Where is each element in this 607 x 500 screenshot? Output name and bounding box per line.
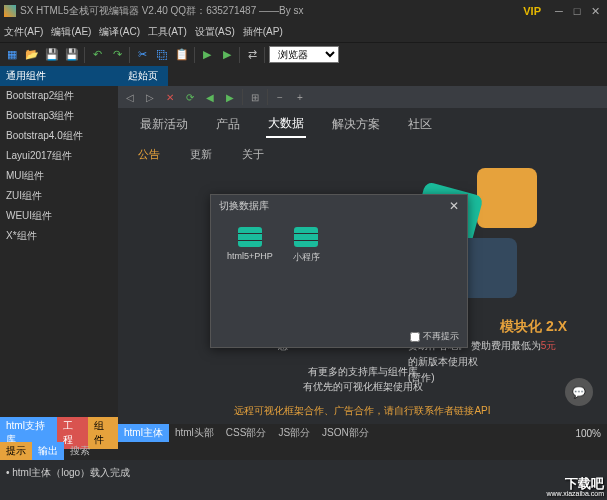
menu-plugins[interactable]: 插件(AP) <box>243 25 283 39</box>
separator <box>264 47 265 63</box>
brand-title: 模块化 2.X <box>500 318 567 336</box>
api-link[interactable]: 远程可视化框架合作、广告合作，请自行联系作者链接API <box>118 404 607 418</box>
vip-badge: VIP <box>523 5 541 17</box>
toggle-icon[interactable]: ⇄ <box>244 47 260 63</box>
bt-htmlbody[interactable]: html主体 <box>118 424 169 442</box>
nav-solution[interactable]: 解决方案 <box>330 112 382 137</box>
paste-icon[interactable]: 📋 <box>174 47 190 63</box>
chat-fab-icon[interactable]: 💬 <box>565 378 593 406</box>
db-option-miniapp[interactable]: 小程序 <box>293 227 320 264</box>
close-button[interactable]: ✕ <box>587 4 603 18</box>
menu-tools[interactable]: 工具(AT) <box>148 25 187 39</box>
subtab-update[interactable]: 更新 <box>190 147 212 162</box>
sub-tabs: 公告 更新 关于 <box>118 140 607 168</box>
cut-icon[interactable]: ✂ <box>134 47 150 63</box>
subtab-about[interactable]: 关于 <box>242 147 264 162</box>
window-title: SX HTML5全栈可视编辑器 V2.40 QQ群：635271487 ——By… <box>20 4 523 18</box>
document-tabs: 起始页 <box>118 66 607 86</box>
console-output: • html主体（logo）载入完成 <box>0 460 607 500</box>
copy-icon[interactable]: ⿻ <box>154 47 170 63</box>
save-icon[interactable]: 💾 <box>44 47 60 63</box>
database-icon <box>294 227 318 247</box>
zoom-in-icon[interactable]: + <box>292 89 308 105</box>
separator <box>194 47 195 63</box>
menu-compile[interactable]: 编译(AC) <box>99 25 140 39</box>
toolbar: ▦ 📂 💾 💾 ↶ ↷ ✂ ⿻ 📋 ▶ ▶ ⇄ 浏览器 <box>0 42 607 66</box>
cancel-icon[interactable]: ✕ <box>162 89 178 105</box>
sidebar-item-x[interactable]: X*组件 <box>0 226 118 246</box>
sidebar-item-bootstrap2[interactable]: Bootstrap2组件 <box>0 86 118 106</box>
maximize-button[interactable]: □ <box>569 4 585 18</box>
nav-tabs: 最新活动 产品 大数据 解决方案 社区 <box>118 108 607 140</box>
tab-start[interactable]: 起始页 <box>118 66 168 86</box>
titlebar: SX HTML5全栈可视编辑器 V2.40 QQ群：635271487 ——By… <box>0 0 607 22</box>
ct-hint[interactable]: 提示 <box>0 442 32 460</box>
sidebar: 通用组件 Bootstrap2组件 Bootstrap3组件 Bootstrap… <box>0 66 118 424</box>
dialog-title: 切换数据库 <box>219 199 269 213</box>
sidebar-item-bootstrap3[interactable]: Bootstrap3组件 <box>0 106 118 126</box>
browser-select[interactable]: 浏览器 <box>269 46 339 63</box>
database-icon <box>238 227 262 247</box>
sidebar-item-zui[interactable]: ZUI组件 <box>0 186 118 206</box>
sidebar-item-mui[interactable]: MUI组件 <box>0 166 118 186</box>
no-prompt-label: 不再提示 <box>423 330 459 343</box>
console-tabs: 提示 输出 搜索 <box>0 442 607 460</box>
footer-text: 有更多的支持库与组件库 有优先的可视化框架使用权 <box>118 364 607 394</box>
redo-icon[interactable]: ↷ <box>109 47 125 63</box>
run-icon[interactable]: ▶ <box>199 47 215 63</box>
no-prompt-checkbox[interactable] <box>410 332 420 342</box>
page-toolbar: ◁ ▷ ✕ ⟳ ◀ ▶ ⊞ − + <box>118 86 607 108</box>
zoom-out-icon[interactable]: − <box>272 89 288 105</box>
dialog-close-icon[interactable]: ✕ <box>449 199 459 213</box>
menu-settings[interactable]: 设置(AS) <box>195 25 235 39</box>
fit-icon[interactable]: ⊞ <box>247 89 263 105</box>
subtab-notice[interactable]: 公告 <box>138 147 160 162</box>
db-option-html5php[interactable]: html5+PHP <box>227 227 273 264</box>
separator <box>239 47 240 63</box>
bt-json[interactable]: JSON部分 <box>316 424 375 442</box>
refresh-icon[interactable]: ⟳ <box>182 89 198 105</box>
menubar: 文件(AF) 编辑(AE) 编译(AC) 工具(AT) 设置(AS) 插件(AP… <box>0 22 607 42</box>
minimize-button[interactable]: ─ <box>551 4 567 18</box>
app-logo-icon <box>4 5 16 17</box>
nav-community[interactable]: 社区 <box>406 112 434 137</box>
switch-db-dialog: 切换数据库 ✕ html5+PHP 小程序 不再提示 <box>210 194 468 348</box>
saveas-icon[interactable]: 💾 <box>64 47 80 63</box>
back-icon[interactable]: ◁ <box>122 89 138 105</box>
sidebar-item-weui[interactable]: WEUI组件 <box>0 206 118 226</box>
nav-latest[interactable]: 最新活动 <box>138 112 190 137</box>
nav-product[interactable]: 产品 <box>214 112 242 137</box>
sidebar-header[interactable]: 通用组件 <box>0 66 118 86</box>
undo-icon[interactable]: ↶ <box>89 47 105 63</box>
new-icon[interactable]: ▦ <box>4 47 20 63</box>
bt-css[interactable]: CSS部分 <box>220 424 273 442</box>
forward-icon[interactable]: ▷ <box>142 89 158 105</box>
prev-icon[interactable]: ◀ <box>202 89 218 105</box>
menu-file[interactable]: 文件(AF) <box>4 25 43 39</box>
next-icon[interactable]: ▶ <box>222 89 238 105</box>
zoom-percent: 100% <box>575 428 601 439</box>
nav-bigdata[interactable]: 大数据 <box>266 111 306 138</box>
sidebar-item-bootstrap4[interactable]: Bootstrap4.0组件 <box>0 126 118 146</box>
separator <box>84 47 85 63</box>
open-icon[interactable]: 📂 <box>24 47 40 63</box>
separator <box>267 89 268 105</box>
debug-icon[interactable]: ▶ <box>219 47 235 63</box>
separator <box>242 89 243 105</box>
ct-search[interactable]: 搜索 <box>64 442 96 460</box>
watermark: 下载吧 www.xiazaiba.com <box>546 477 604 497</box>
sidebar-item-layui[interactable]: Layui2017组件 <box>0 146 118 166</box>
puzzle-piece-icon <box>477 168 537 228</box>
bt-js[interactable]: JS部分 <box>272 424 316 442</box>
bt-htmlhead[interactable]: html头部 <box>169 424 220 442</box>
separator <box>129 47 130 63</box>
console-line: • html主体（logo）载入完成 <box>6 466 601 480</box>
menu-edit[interactable]: 编辑(AE) <box>51 25 91 39</box>
ct-output[interactable]: 输出 <box>32 442 64 460</box>
bottom-tabs: html支持库 工程 组件 html主体 html头部 CSS部分 JS部分 J… <box>0 424 607 442</box>
